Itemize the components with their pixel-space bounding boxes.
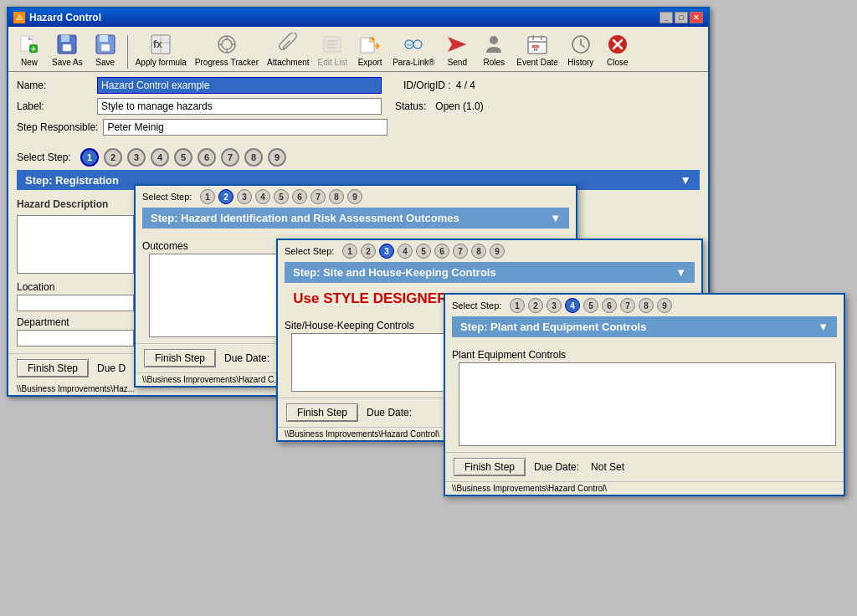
responsible-input[interactable] <box>103 119 387 136</box>
w2-step-1[interactable]: 1 <box>200 189 215 204</box>
w3-step-6[interactable]: 6 <box>434 244 449 259</box>
svg-rect-8 <box>100 35 108 42</box>
due-date-label-main: Due D <box>97 362 126 374</box>
w2-step-3[interactable]: 3 <box>237 189 252 204</box>
due-date-label-w4: Due Date: <box>534 461 579 473</box>
label-input[interactable] <box>97 98 382 115</box>
step-circle-8[interactable]: 8 <box>244 148 263 167</box>
window-close-button[interactable]: ✕ <box>690 12 703 23</box>
step-circle-9[interactable]: 9 <box>268 148 286 167</box>
history-button[interactable]: History <box>564 29 598 69</box>
w4-step-9[interactable]: 9 <box>657 298 672 313</box>
w2-step-5[interactable]: 5 <box>274 189 289 204</box>
w4-step-5[interactable]: 5 <box>583 298 598 313</box>
attachment-button[interactable]: Attachment <box>264 29 312 69</box>
responsible-row: Step Responsible: <box>17 119 700 136</box>
step-arrow-w2[interactable]: ▼ <box>550 212 561 224</box>
export-button[interactable]: Export <box>353 29 387 69</box>
plant-controls-textarea[interactable] <box>459 362 836 446</box>
w4-step-1[interactable]: 1 <box>510 298 525 313</box>
close-icon <box>604 31 631 58</box>
step-circle-1[interactable]: 1 <box>80 148 99 167</box>
eventdate-button[interactable]: 📅 Event Date <box>514 29 560 69</box>
formula-icon: fx <box>147 31 174 58</box>
step-selector-w2: Select Step: 1 2 3 4 5 6 7 8 9 <box>136 186 576 208</box>
finish-step-w3[interactable]: Finish Step <box>286 403 358 422</box>
w2-step-2[interactable]: 2 <box>218 189 233 204</box>
roles-button[interactable]: Roles <box>477 29 511 69</box>
saveas-button[interactable]: Save As <box>49 29 85 69</box>
finish-step-w2[interactable]: Finish Step <box>144 349 216 367</box>
select-step-label-main: Select Step: <box>17 151 75 163</box>
location-input[interactable] <box>17 295 134 311</box>
maximize-button[interactable]: □ <box>675 12 688 23</box>
location-label: Location <box>17 281 142 293</box>
svg-text:fx: fx <box>153 38 162 50</box>
w3-step-7[interactable]: 7 <box>453 244 468 259</box>
department-label: Department <box>17 316 142 328</box>
step-selector-w4: Select Step: 1 2 3 4 5 6 7 8 9 <box>445 295 844 316</box>
formula-button[interactable]: fx Apply formula <box>133 29 189 69</box>
finish-step-w4[interactable]: Finish Step <box>454 458 526 476</box>
history-icon <box>567 31 594 58</box>
w4-step-2[interactable]: 2 <box>528 298 543 313</box>
eventdate-icon: 📅 <box>524 31 551 58</box>
step-header-text-w2: Step: Hazard Identification and Risk Ass… <box>151 212 459 224</box>
department-input[interactable] <box>17 330 134 346</box>
id-value: 4 / 4 <box>456 80 475 91</box>
name-input[interactable] <box>97 77 382 94</box>
minimize-button[interactable]: _ <box>659 12 673 23</box>
step-header-text-w4: Step: Plant and Equipment Controls <box>460 321 646 333</box>
status-label: Status: <box>395 100 426 112</box>
step-circle-2[interactable]: 2 <box>104 148 122 167</box>
step-circle-3[interactable]: 3 <box>127 148 146 167</box>
w3-step-1[interactable]: 1 <box>342 244 357 259</box>
save-button[interactable]: Save <box>89 29 122 69</box>
hazard-desc-textarea[interactable] <box>17 215 134 274</box>
new-button[interactable]: + New <box>13 29 46 69</box>
due-date-value-w4: Not Set <box>591 461 624 473</box>
progress-button[interactable]: Progress Tracker <box>192 29 261 69</box>
w3-step-8[interactable]: 8 <box>471 244 486 259</box>
w4-step-7[interactable]: 7 <box>620 298 635 313</box>
history-label: History <box>567 58 593 67</box>
step-circle-6[interactable]: 6 <box>198 148 216 167</box>
send-icon <box>444 31 470 58</box>
w3-step-9[interactable]: 9 <box>490 244 505 259</box>
attachment-icon <box>275 31 301 58</box>
w3-step-2[interactable]: 2 <box>361 244 376 259</box>
svg-rect-24 <box>361 38 374 53</box>
step-circle-7[interactable]: 7 <box>221 148 239 167</box>
svg-rect-6 <box>63 44 71 51</box>
select-step-label-w3: Select Step: <box>285 246 339 256</box>
step-circle-4[interactable]: 4 <box>151 148 169 167</box>
w4-step-3[interactable]: 3 <box>547 298 562 313</box>
roles-icon <box>480 31 507 58</box>
w3-step-5[interactable]: 5 <box>416 244 431 259</box>
step-arrow-w3[interactable]: ▼ <box>675 266 686 279</box>
export-icon <box>357 31 383 58</box>
w4-step-4[interactable]: 4 <box>565 298 580 313</box>
step-arrow-w4[interactable]: ▼ <box>818 321 829 333</box>
w2-step-9[interactable]: 9 <box>347 189 362 204</box>
w4-step-8[interactable]: 8 <box>639 298 654 313</box>
finish-step-button-main[interactable]: Finish Step <box>17 359 89 377</box>
w2-step-4[interactable]: 4 <box>255 189 270 204</box>
step-header-w2: Step: Hazard Identification and Risk Ass… <box>142 208 569 228</box>
editlist-button[interactable]: Edit List <box>316 29 351 69</box>
close-button[interactable]: Close <box>601 29 634 69</box>
w4-step-6[interactable]: 6 <box>602 298 617 313</box>
w3-step-4[interactable]: 4 <box>398 244 413 259</box>
w3-step-3[interactable]: 3 <box>379 244 394 259</box>
step-circle-5[interactable]: 5 <box>174 148 192 167</box>
step-header-arrow[interactable]: ▼ <box>680 173 691 187</box>
w2-step-7[interactable]: 7 <box>310 189 326 204</box>
paralink-button[interactable]: ∞ Para-Link® <box>390 29 437 69</box>
step-selector-main: Select Step: 1 2 3 4 5 6 7 8 9 <box>8 145 708 170</box>
eventdate-label: Event Date <box>516 58 557 67</box>
attachment-label: Attachment <box>267 58 310 67</box>
send-button[interactable]: Send <box>440 29 474 69</box>
w2-step-8[interactable]: 8 <box>329 189 344 204</box>
roles-label: Roles <box>484 58 505 67</box>
w2-step-6[interactable]: 6 <box>292 189 307 204</box>
